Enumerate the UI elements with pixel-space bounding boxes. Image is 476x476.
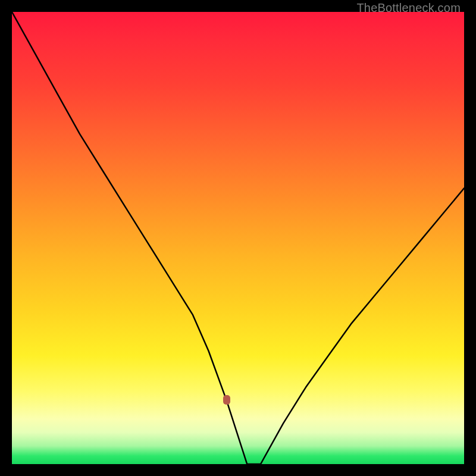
curve-path [12,12,464,464]
chart-root: TheBottleneck.com [0,0,476,476]
plot-area [12,12,464,464]
bottleneck-curve [12,12,464,464]
optimal-point-marker [223,395,230,405]
